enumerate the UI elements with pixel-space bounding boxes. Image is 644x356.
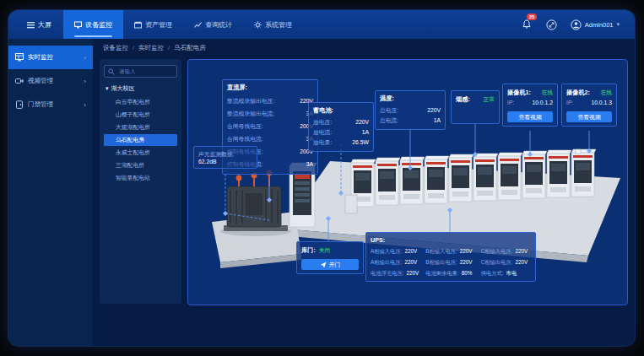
gear-icon (254, 21, 262, 29)
laptop-bezel: 大屏 设备监控 资产管理 查询统计 系统管理 (0, 0, 644, 356)
fullscreen-button[interactable] (545, 18, 559, 31)
search-icon (108, 68, 115, 75)
sidebar-item-access-control[interactable]: 门禁管理 › (8, 93, 93, 116)
notifications-button[interactable]: 25 (520, 18, 533, 31)
breadcrumb-item[interactable]: 实时监控 (138, 44, 164, 52)
tree-item-station[interactable]: 山樱子配电所 (104, 109, 177, 121)
video-camera-icon (15, 77, 24, 85)
tree-item-station[interactable]: 白云亭配电所 (104, 96, 177, 108)
tree-item-station-selected[interactable]: 乌石配电房 (104, 134, 177, 146)
metric-label: A相输出电压: (371, 257, 402, 267)
tree-item-station[interactable]: 智能量配电站 (104, 172, 177, 184)
camera-3d (576, 149, 581, 154)
wall-box-3d (345, 195, 357, 213)
metric-value: 26.5W (352, 138, 369, 148)
metric-label: C相输出电压: (481, 257, 513, 267)
metric-label: 总电流: (380, 116, 398, 126)
metric-label: IP: (566, 98, 573, 108)
camera-ip: 10.0.1.3 (591, 98, 612, 108)
metric-label: B相输入电压: (425, 246, 457, 256)
camera1-panel: 摄像机1:在线 IP:10.0.1.2 查看视频 (502, 84, 558, 127)
nav-item-label: 设备监控 (85, 20, 112, 30)
view-video-button[interactable]: 查看视频 (507, 111, 553, 122)
metric-label: IP: (507, 98, 514, 108)
nav-item-label: 系统管理 (265, 20, 292, 30)
door-access-icon (15, 100, 24, 109)
top-navigation-bar: 大屏 设备监控 资产管理 查询统计 系统管理 (8, 10, 635, 39)
breadcrumb-separator: / (133, 44, 134, 52)
metric-label: 放电压: (313, 117, 332, 127)
avatar-icon (571, 19, 582, 30)
button-label: 查看视频 (518, 111, 541, 122)
metric-label: 烟感: (456, 94, 470, 105)
nav-item-device-monitoring[interactable]: 设备监控 (63, 10, 123, 39)
nav-item-system-management[interactable]: 系统管理 (243, 10, 303, 39)
tree-item-station[interactable]: 永威士配电所 (104, 147, 177, 159)
metric-label: 电池剩余电量: (425, 268, 459, 278)
battery-panel: 蓄电池: 放电压:220V 放电流:1A 放电量:26.5W (308, 102, 374, 152)
left-sidebar: 实时监控 › 视频管理 › 门禁管理 › (8, 39, 93, 346)
status-badge: 关闭 (319, 245, 331, 256)
breadcrumb-separator: / (168, 44, 170, 52)
metric-label: 总电压: (380, 105, 398, 116)
metric-value: 220V (407, 268, 419, 278)
metric-value: 220V (404, 246, 417, 256)
tree-root-node[interactable]: ▾ 湖大校区 (106, 84, 177, 93)
metric-label: 摄像机1: (507, 88, 531, 98)
metric-value: 62.2dB (198, 159, 252, 165)
app-window: 大屏 设备监控 资产管理 查询统计 系统管理 (8, 10, 635, 346)
sidebar-item-video-management[interactable]: 视频管理 › (8, 69, 93, 93)
metric-value: 220V (515, 257, 528, 267)
menu-icon (27, 21, 35, 29)
send-icon (320, 262, 327, 268)
metric-value: 220V (427, 105, 441, 116)
metric-label: 放电流: (313, 127, 332, 138)
metric-value: 3A (306, 158, 313, 170)
metric-label: 整流模块输出电压: (227, 94, 274, 107)
power-room-canvas: 直流屏: 整流模块输出电压:220V 整流模块输出电流:3A 合闸母线电压:20… (187, 59, 628, 305)
camera-ip: 10.0.1.2 (532, 98, 553, 108)
nav-item-dashboard[interactable]: 大屏 (8, 10, 63, 39)
sidebar-item-realtime-monitoring[interactable]: 实时监控 › (8, 46, 93, 69)
panel-title: UPS: (371, 236, 531, 244)
nav-item-label: 资产管理 (145, 20, 172, 30)
tree-search-input[interactable] (117, 67, 173, 75)
smoke-sensor-panel: 烟感:正常 (451, 90, 500, 124)
metric-label: 整流模块输出电流: (227, 107, 274, 120)
sidebar-item-label: 视频管理 (28, 77, 53, 85)
metric-label: 库门: (301, 245, 316, 256)
metric-label: A相输入电压: (371, 246, 402, 256)
user-menu[interactable]: Admin001 ▾ (571, 19, 620, 30)
metric-label: 合闸母线电流: (227, 132, 263, 145)
transformer-3d (220, 170, 291, 236)
metric-label: 声光监测数据: (198, 150, 252, 159)
breadcrumb: 设备监控 / 实时监控 / 乌石配电房 (103, 44, 206, 52)
door-panel: 库门: 关闭 开门 (296, 241, 364, 274)
monitor-grid-icon (15, 53, 24, 62)
nav-item-asset-management[interactable]: 资产管理 (123, 10, 183, 39)
chevron-right-icon: › (84, 54, 86, 62)
view-video-button[interactable]: 查看视频 (566, 111, 612, 122)
button-label: 查看视频 (577, 111, 600, 122)
nav-item-label: 大屏 (38, 20, 51, 30)
tree-collapse-icon: ▾ (106, 85, 109, 92)
tree-item-station[interactable]: 三湖配电所 (104, 159, 177, 171)
open-door-button[interactable]: 开门 (301, 259, 359, 270)
metric-value: 220V (460, 246, 473, 256)
tree-root-label: 湖大校区 (111, 84, 135, 93)
noise-monitor-panel: 声光监测数据: 62.2dB (193, 146, 257, 169)
tree-item-station[interactable]: 大观湖配电所 (104, 121, 177, 133)
station-tree-panel: ▾ 湖大校区 白云亭配电所 山樱子配电所 大观湖配电所 乌石配电房 永威士配电所… (100, 59, 181, 304)
breadcrumb-item-current: 乌石配电房 (174, 44, 206, 52)
nav-item-query-statistics[interactable]: 查询统计 (183, 10, 243, 39)
panel-title: 温度: (380, 94, 441, 103)
button-label: 开门 (329, 259, 341, 270)
nav-item-label: 查询统计 (205, 20, 232, 30)
temperature-panel: 温度: 总电压:220V 总电流:1A (375, 90, 446, 130)
asset-box-icon (134, 21, 142, 29)
breadcrumb-item[interactable]: 设备监控 (103, 44, 128, 52)
metric-value: 1A (434, 116, 441, 126)
sidebar-item-label: 门禁管理 (28, 100, 53, 109)
camera2-panel: 摄像机2:在线 IP:10.0.1.3 查看视频 (561, 84, 617, 127)
status-badge: 正常 (483, 94, 495, 105)
